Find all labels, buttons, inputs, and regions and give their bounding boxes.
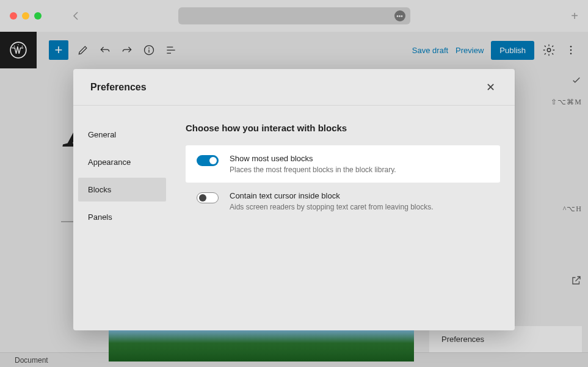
modal-body: General Appearance Blocks Panels Choose … [73, 106, 515, 330]
pref-desc: Places the most frequent blocks in the b… [230, 165, 489, 174]
modal-header: Preferences ✕ [73, 69, 515, 106]
sidebar-item-blocks[interactable]: Blocks [78, 178, 166, 202]
toggle-show-most-used[interactable] [197, 155, 219, 166]
toggle-contain-cursor[interactable] [197, 192, 219, 203]
preferences-modal: Preferences ✕ General Appearance Blocks … [73, 69, 515, 330]
window-maximize-button[interactable] [34, 12, 42, 20]
pref-contain-cursor: Contain text cursor inside block Aids sc… [186, 183, 500, 220]
pref-desc-2: Aids screen readers by stopping text car… [230, 203, 489, 211]
nav-back-button[interactable] [72, 11, 79, 21]
address-bar[interactable]: ••• [178, 7, 410, 24]
traffic-lights [10, 12, 42, 20]
section-heading: Choose how you interact with blocks [186, 123, 500, 133]
modal-sidebar: General Appearance Blocks Panels [73, 106, 171, 330]
sidebar-item-panels[interactable]: Panels [78, 205, 166, 229]
new-tab-button[interactable]: + [571, 9, 578, 23]
pref-label: Show most used blocks [230, 154, 489, 163]
window-minimize-button[interactable] [22, 12, 29, 20]
close-icon[interactable]: ✕ [483, 81, 498, 94]
more-icon[interactable]: ••• [394, 10, 405, 21]
sidebar-item-appearance[interactable]: Appearance [78, 150, 166, 174]
sidebar-item-general[interactable]: General [78, 123, 166, 147]
modal-content: Choose how you interact with blocks Show… [171, 106, 515, 330]
pref-show-most-used: Show most used blocks Places the most fr… [186, 145, 500, 183]
pref-label-2: Contain text cursor inside block [230, 191, 489, 200]
modal-title: Preferences [90, 82, 147, 93]
window-close-button[interactable] [10, 12, 17, 20]
macos-title-bar: ••• + [0, 0, 588, 32]
